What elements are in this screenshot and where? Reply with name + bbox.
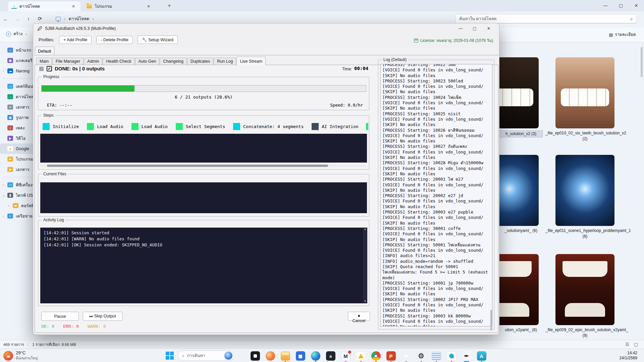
sidebar-item-pictures[interactable]: ▣รูปภาพ (0, 112, 38, 123)
delete-profile-button[interactable]: - Delete Profile (96, 36, 133, 44)
sidebar-item-onedrive[interactable]: ›☁Narong (0, 66, 38, 76)
new-tab-button[interactable]: + (168, 3, 171, 9)
file-label[interactable]: ution_v2yaml_ (8) (499, 327, 543, 333)
tab-run-log[interactable]: Run Log (214, 58, 236, 65)
large-view-icon[interactable]: ▢ (634, 342, 638, 347)
scroll-down-icon[interactable]: ▼ (363, 300, 367, 303)
close-icon[interactable]: ✕ (70, 3, 77, 9)
profile-tab-default[interactable]: Default (35, 47, 54, 55)
sidebar-item-network[interactable]: ›⌗เครือข่าย (0, 211, 38, 221)
minimize-icon[interactable]: — (598, 0, 613, 11)
file-explorer-icon[interactable] (281, 351, 290, 361)
tab-changelog[interactable]: Changelog (160, 58, 186, 65)
maximize-icon[interactable]: ▢ (468, 23, 482, 33)
sidebar-item-folder[interactable]: ▰เอกสาร (0, 164, 38, 175)
tab-live-stream[interactable]: Live Stream (236, 57, 266, 65)
copilot-icon[interactable] (266, 351, 275, 361)
tab-admin[interactable]: Admin (84, 58, 102, 65)
mail-icon[interactable]: M (341, 351, 351, 361)
tab-health-check[interactable]: Health Check (103, 58, 135, 65)
taskbar-clock[interactable]: 14:42 24/1/2569 (620, 351, 637, 361)
weather-widget[interactable]: ☁ 29°C มีเมฆส่วนใหญ่ (3, 350, 38, 361)
start-button[interactable] (166, 352, 174, 360)
done-checkbox[interactable]: ✓ (47, 66, 52, 71)
sidebar-item-google-drive[interactable]: ▲Google (0, 143, 38, 154)
explorer-tab[interactable]: โปรแกรม✕ (83, 1, 156, 11)
breadcrumb[interactable]: › ดาวน์โหลด › (56, 15, 94, 22)
sidebar-item-this-pc[interactable]: ›▭พีซีเครื่องนี้ (0, 180, 38, 190)
sidebar-item-home[interactable]: ⌂หน้าแรก (0, 45, 38, 55)
taskbar-search[interactable]: ⌕ การค้นหา (178, 351, 234, 361)
log-scrollbar-thumb[interactable] (490, 310, 492, 330)
desktop-icon: ▭ (7, 84, 13, 89)
sidebar-item-videos[interactable]: ▶วิดีโอ (0, 133, 38, 143)
file-label[interactable]: h_solution_v2 (3) (499, 130, 543, 137)
settings-icon[interactable]: ⚙ (417, 351, 426, 361)
stop-icon[interactable] (39, 67, 44, 71)
minimize-icon[interactable]: — (453, 23, 468, 33)
sidebar-item-downloads[interactable]: ↓ดาวน์โหลด (0, 92, 38, 102)
back-icon[interactable]: ← (0, 16, 11, 22)
file-label[interactable]: _file_ep011_scene1_hyperloop_problemyaml… (545, 228, 625, 239)
dark-app-icon[interactable]: a (326, 351, 335, 361)
file-thumbnail[interactable] (555, 57, 614, 128)
setup-wizard-button[interactable]: 🔧 Setup Wizard (138, 36, 178, 44)
anydesk-icon[interactable]: A (477, 351, 486, 361)
chrome-icon[interactable] (371, 351, 381, 361)
explorer-tab[interactable]: ↓ดาวน์โหลด✕ (8, 1, 80, 11)
maximize-icon[interactable]: ▢ (613, 0, 629, 11)
snipping-tool-icon[interactable]: ✄ (401, 351, 411, 361)
tab-main[interactable]: Main (36, 58, 52, 65)
cancel-button[interactable]: ⏹ Cancel (348, 312, 370, 321)
google-drive-icon[interactable] (356, 351, 366, 361)
photos-icon[interactable] (251, 351, 260, 361)
tab-file-manager[interactable]: File Manager (52, 58, 84, 65)
tab-auto-gen[interactable]: Auto Gen (135, 58, 160, 65)
breadcrumb-label[interactable]: ดาวน์โหลด (69, 15, 89, 22)
up-icon[interactable]: ↑ (23, 16, 34, 22)
file-label[interactable]: _file_ep010_02_six_teeth_brush_solution_… (545, 130, 625, 142)
autobatch-feather-icon[interactable]: ✒ (462, 351, 471, 361)
powerpoint-icon[interactable]: P (386, 351, 396, 361)
file-thumbnail[interactable] (555, 254, 614, 325)
teeth-graphic (561, 88, 609, 106)
add-profile-button[interactable]: + Add Profile (59, 36, 92, 44)
taskbar-icon-slot (444, 350, 459, 362)
file-thumbnail[interactable] (555, 155, 614, 226)
refresh-icon[interactable]: ⟳ (34, 16, 46, 22)
notes-icon[interactable] (432, 351, 441, 361)
calculator-icon[interactable]: ▦ (296, 351, 305, 361)
autobatch-title-bar[interactable]: SJ88 AutoBatch v26.5.3 (Multi-Profile) —… (33, 23, 499, 34)
taskbar-icon-slot (278, 350, 293, 362)
edge-icon[interactable] (311, 351, 320, 361)
sidebar-item-desktop[interactable]: ▭เดสก์ท็อป (0, 81, 38, 92)
sidebar-item-documents[interactable]: ≡เอกสาร (0, 102, 38, 112)
new-button[interactable]: + สร้าง ⌄ (6, 31, 28, 37)
skip-output-button[interactable]: ⏭ Skip Output (83, 312, 122, 321)
forward-icon[interactable]: → (11, 16, 23, 22)
sidebar-item-music[interactable]: ♪เพลง (0, 123, 38, 133)
taskbar-icon-slot (429, 350, 444, 362)
explorer-search-input[interactable]: ค้นหาใน ดาวน์โหลด ⌕ (455, 14, 637, 23)
chevron-icon: › (3, 69, 7, 73)
close-icon[interactable]: ✕ (482, 23, 496, 33)
explorer-scrollbar[interactable] (641, 47, 643, 77)
activity-log-scrollbar[interactable]: ▲▼ (363, 228, 367, 303)
paint-icon[interactable] (447, 351, 456, 361)
log-list[interactable]: [PROCESS] Starting: 10022 5mm[VOICE] Fou… (380, 64, 492, 326)
pause-button[interactable]: Pause (41, 312, 79, 321)
close-icon[interactable]: ✕ (145, 3, 152, 9)
file-label[interactable]: _solutionyaml_ (6) (499, 228, 543, 234)
sidebar-item-usb-drive[interactable]: ⌄▮ไดรฟ์ USB (0, 190, 38, 200)
sidebar-item-folder[interactable]: ▰โปรแกรม (0, 154, 38, 164)
scroll-up-icon[interactable]: ▲ (364, 228, 367, 231)
sidebar-item-gallery[interactable]: ▣แกลเลอรี (0, 55, 38, 66)
close-icon[interactable]: ✕ (629, 0, 644, 11)
tab-duplicates[interactable]: Duplicates (187, 58, 213, 65)
list-view-icon[interactable]: ☰ (625, 342, 629, 347)
sidebar-item-folder[interactable]: ›▰คอร์สตี (0, 200, 38, 211)
file-label[interactable]: _file_ep009_02_epic_brush_solution_v2yam… (545, 327, 625, 339)
details-view-button[interactable]: ▤ รายละเอียด (609, 31, 636, 38)
steps-h-scrollbar[interactable] (40, 165, 367, 167)
scrollbar-thumb[interactable] (47, 165, 328, 167)
